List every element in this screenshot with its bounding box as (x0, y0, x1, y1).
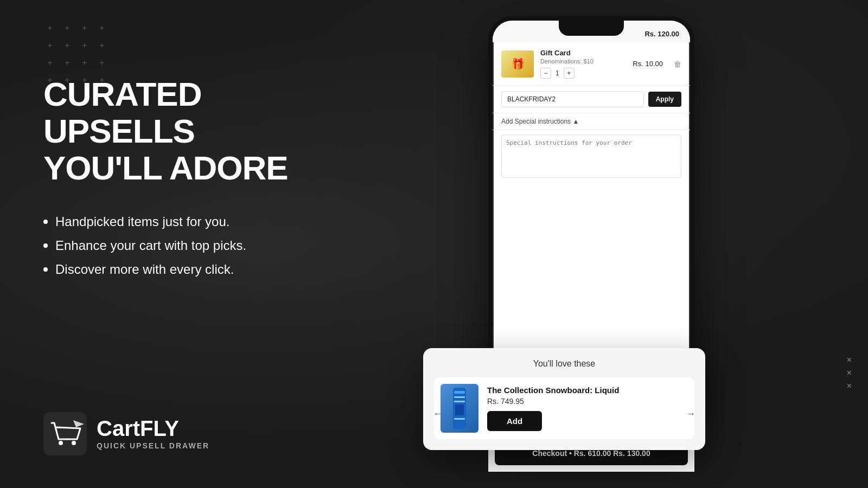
x-mark-icon: × (847, 369, 852, 377)
cart-item-qty: − 1 + (540, 68, 626, 79)
x-mark-icon: × (847, 356, 852, 364)
plus-icon: + (61, 22, 74, 35)
qty-increase-button[interactable]: + (564, 68, 575, 79)
headline: CURATED UPSELLS YOU'LL ADORE (43, 76, 358, 187)
svg-rect-5 (454, 396, 465, 398)
qty-number: 1 (556, 69, 559, 77)
plus-icon: + (61, 39, 74, 52)
plus-icon: + (78, 22, 91, 35)
bullet-list: Handpicked items just for you. Enhance y… (43, 214, 358, 277)
upsell-next-button[interactable]: → (682, 406, 699, 422)
cart-item-price: Rs. 10.00 (633, 60, 663, 68)
plus-icon: + (78, 39, 91, 52)
coupon-row: Apply (493, 86, 690, 113)
gift-card-image: 🎁 (501, 50, 534, 78)
bullet-dot (43, 243, 48, 248)
list-item: Enhance your cart with top picks. (43, 238, 358, 253)
brand-area: CartFLY QUICK UPSELL DRAWER (43, 412, 209, 455)
brand-text: CartFLY QUICK UPSELL DRAWER (97, 418, 209, 450)
cartfly-logo-icon (43, 412, 87, 455)
plus-icon: + (43, 56, 56, 69)
upsell-product-price: Rs. 749.95 (487, 397, 688, 406)
svg-rect-4 (454, 391, 465, 394)
left-content-area: CURATED UPSELLS YOU'LL ADORE Handpicked … (43, 76, 358, 286)
qty-decrease-button[interactable]: − (540, 68, 551, 79)
cart-item-gift-card: 🎁 Gift Card Denominations: $10 − 1 + Rs.… (493, 42, 690, 86)
upsell-product-info: The Collection Snowboard: Liquid Rs. 749… (487, 386, 688, 431)
plus-icon: + (95, 39, 108, 52)
bullet-dot (43, 220, 48, 224)
snowboard-svg (449, 386, 470, 432)
plus-icon: + (43, 22, 56, 35)
headline-line1: CURATED UPSELLS (43, 76, 358, 150)
list-item: Discover more with every click. (43, 262, 358, 277)
special-instructions-toggle[interactable]: Add Special instructions ▲ (493, 113, 690, 130)
svg-point-2 (72, 441, 76, 445)
svg-rect-7 (455, 404, 464, 415)
svg-rect-6 (454, 401, 465, 402)
upsell-add-button[interactable]: Add (487, 411, 542, 431)
svg-point-1 (59, 441, 63, 445)
plus-icon: + (95, 22, 108, 35)
right-side: Rs. 120.00 🎁 Gift Card Denominations: $1… (423, 16, 835, 472)
special-instructions-textarea[interactable] (501, 134, 681, 178)
x-mark-icon: × (847, 382, 852, 390)
upsell-title: You'll love these (434, 359, 694, 369)
apply-button[interactable]: Apply (648, 92, 681, 107)
upsell-product-image (441, 384, 478, 433)
cart-item-info: Gift Card Denominations: $10 − 1 + (540, 49, 626, 79)
cart-item-denomination: Denominations: $10 (540, 58, 626, 65)
plus-icon: + (95, 56, 108, 69)
status-price: Rs. 120.00 (644, 30, 679, 38)
plus-icon: + (43, 39, 56, 52)
cart-item-name: Gift Card (540, 49, 626, 57)
brand-subtitle: QUICK UPSELL DRAWER (97, 441, 209, 450)
svg-rect-8 (454, 418, 465, 420)
plus-icon: + (78, 56, 91, 69)
trash-icon[interactable]: 🗑 (674, 60, 681, 68)
upsell-product-row: The Collection Snowboard: Liquid Rs. 749… (434, 377, 694, 439)
phone-content: 🎁 Gift Card Denominations: $10 − 1 + Rs.… (493, 42, 690, 184)
coupon-input[interactable] (501, 91, 644, 107)
upsell-card: You'll love these ← The Collection Snowb… (423, 348, 705, 450)
svg-rect-0 (43, 412, 87, 455)
phone-notch (559, 21, 624, 36)
upsell-product-container: ← The Collection Snowboard: Liquid Rs. 7… (434, 377, 694, 439)
plus-icon: + (61, 56, 74, 69)
bullet-dot (43, 267, 48, 272)
upsell-prev-button[interactable]: ← (430, 406, 446, 422)
upsell-product-name: The Collection Snowboard: Liquid (487, 386, 688, 395)
x-marks-decoration: × × × (847, 356, 852, 390)
brand-name: CartFLY (97, 418, 209, 439)
headline-line2: YOU'LL ADORE (43, 150, 358, 187)
list-item: Handpicked items just for you. (43, 214, 358, 229)
